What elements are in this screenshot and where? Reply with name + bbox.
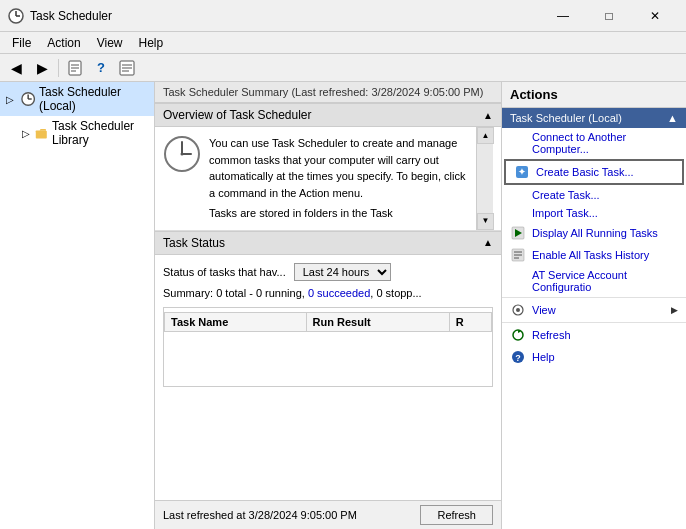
col-run-result: Run Result bbox=[306, 312, 449, 331]
action-help[interactable]: ? Help bbox=[502, 346, 686, 368]
action-import-task[interactable]: Import Task... bbox=[502, 204, 686, 222]
window-title: Task Scheduler bbox=[30, 9, 540, 23]
svg-text:?: ? bbox=[515, 353, 521, 363]
svg-point-29 bbox=[516, 308, 520, 312]
main-container: ▷ Task Scheduler (Local) ▷ Task Schedule… bbox=[0, 82, 686, 529]
refresh-button[interactable]: Refresh bbox=[420, 505, 493, 525]
tree-item-library[interactable]: ▷ Task Scheduler Library bbox=[0, 116, 154, 150]
action-create-task-label: Create Task... bbox=[532, 189, 600, 201]
view-submenu-arrow: ▶ bbox=[671, 305, 678, 315]
close-button[interactable]: ✕ bbox=[632, 0, 678, 32]
wand-icon: ✦ bbox=[514, 164, 530, 180]
window-controls: — □ ✕ bbox=[540, 0, 678, 32]
action-refresh-label: Refresh bbox=[532, 329, 571, 341]
toolbar-separator-1 bbox=[58, 59, 59, 77]
menu-bar: File Action View Help bbox=[0, 32, 686, 54]
expand-icon: ▷ bbox=[6, 94, 17, 105]
help-icon: ? bbox=[510, 349, 526, 365]
enable-history-icon bbox=[510, 247, 526, 263]
col-task-name: Task Name bbox=[165, 312, 307, 331]
action-refresh[interactable]: Refresh bbox=[502, 324, 686, 346]
actions-subheader-arrow: ▲ bbox=[667, 112, 678, 124]
refresh-icon bbox=[510, 327, 526, 343]
view-icon bbox=[510, 302, 526, 318]
library-folder-icon bbox=[35, 125, 48, 141]
menu-view[interactable]: View bbox=[89, 34, 131, 52]
root-clock-icon bbox=[21, 91, 35, 107]
menu-help[interactable]: Help bbox=[131, 34, 172, 52]
overview-clock-icon bbox=[163, 135, 201, 222]
summary-prefix: Summary: 0 total - 0 running, bbox=[163, 287, 308, 299]
action-view-label: View bbox=[532, 304, 556, 316]
display-running-icon bbox=[510, 225, 526, 241]
action-create-basic[interactable]: ✦ Create Basic Task... bbox=[504, 159, 684, 185]
action-create-task[interactable]: Create Task... bbox=[502, 186, 686, 204]
action-separator-1 bbox=[502, 297, 686, 298]
overview-text: You can use Task Scheduler to create and… bbox=[209, 135, 468, 201]
right-panel: Actions Task Scheduler (Local) ▲ Connect… bbox=[501, 82, 686, 529]
action-enable-history-label: Enable All Tasks History bbox=[532, 249, 649, 261]
toolbar-help-button[interactable]: ? bbox=[89, 57, 113, 79]
maximize-button[interactable]: □ bbox=[586, 0, 632, 32]
overview-scrollbar: ▲ ▼ bbox=[476, 127, 493, 230]
action-connect-label: Connect to Another Computer... bbox=[532, 131, 678, 155]
task-status-header: Task Status ▲ bbox=[155, 231, 501, 255]
action-display-running-label: Display All Running Tasks bbox=[532, 227, 658, 239]
overview-text-block: You can use Task Scheduler to create and… bbox=[209, 135, 468, 222]
footer-bar: Last refreshed at 3/28/2024 9:05:00 PM R… bbox=[155, 500, 501, 529]
toolbar: ◀ ▶ ? bbox=[0, 54, 686, 82]
center-header-text: Task Scheduler Summary (Last refreshed: … bbox=[163, 86, 483, 98]
task-status-title: Task Status bbox=[163, 236, 225, 250]
actions-subheader-label: Task Scheduler (Local) bbox=[510, 112, 622, 124]
status-label: Status of tasks that hav... bbox=[163, 266, 286, 278]
task-status-content: Status of tasks that hav... Last 24 hour… bbox=[155, 255, 501, 395]
overview-text2: Tasks are stored in folders in the Task bbox=[209, 205, 468, 222]
footer-text: Last refreshed at 3/28/2024 9:05:00 PM bbox=[163, 509, 357, 521]
action-view[interactable]: View ▶ bbox=[502, 299, 686, 321]
action-connect[interactable]: Connect to Another Computer... bbox=[502, 128, 686, 158]
toolbar-extra-button[interactable] bbox=[115, 57, 139, 79]
overview-collapse-icon[interactable]: ▲ bbox=[483, 110, 493, 121]
action-display-running[interactable]: Display All Running Tasks bbox=[502, 222, 686, 244]
library-expand-icon: ▷ bbox=[22, 128, 31, 139]
task-table: Task Name Run Result R bbox=[164, 312, 492, 332]
library-label: Task Scheduler Library bbox=[52, 119, 148, 147]
action-enable-history[interactable]: Enable All Tasks History bbox=[502, 244, 686, 266]
back-button[interactable]: ◀ bbox=[4, 57, 28, 79]
action-create-basic-label: Create Basic Task... bbox=[536, 166, 634, 178]
app-icon bbox=[8, 8, 24, 24]
task-table-container: Task Name Run Result R bbox=[163, 307, 493, 387]
col-extra: R bbox=[449, 312, 491, 331]
overview-content: You can use Task Scheduler to create and… bbox=[155, 127, 501, 231]
svg-rect-15 bbox=[36, 131, 41, 133]
toolbar-task-button[interactable] bbox=[63, 57, 87, 79]
menu-file[interactable]: File bbox=[4, 34, 39, 52]
title-bar: Task Scheduler — □ ✕ bbox=[0, 0, 686, 32]
summary-suffix: , 0 stopp... bbox=[370, 287, 421, 299]
overview-section-header: Overview of Task Scheduler ▲ bbox=[155, 103, 501, 127]
left-panel: ▷ Task Scheduler (Local) ▷ Task Schedule… bbox=[0, 82, 155, 529]
action-at-service-label: AT Service Account Configuratio bbox=[532, 269, 678, 293]
center-header: Task Scheduler Summary (Last refreshed: … bbox=[155, 82, 501, 103]
action-import-task-label: Import Task... bbox=[532, 207, 598, 219]
tree-item-root[interactable]: ▷ Task Scheduler (Local) bbox=[0, 82, 154, 116]
svg-text:✦: ✦ bbox=[518, 167, 526, 177]
center-panel: Task Scheduler Summary (Last refreshed: … bbox=[155, 82, 501, 529]
status-row: Status of tasks that hav... Last 24 hour… bbox=[163, 263, 493, 281]
task-status-collapse-icon[interactable]: ▲ bbox=[483, 237, 493, 248]
actions-header: Actions bbox=[502, 82, 686, 108]
action-help-label: Help bbox=[532, 351, 555, 363]
forward-button[interactable]: ▶ bbox=[30, 57, 54, 79]
time-select[interactable]: Last 24 hours Last Hour Last Week bbox=[294, 263, 391, 281]
actions-subheader[interactable]: Task Scheduler (Local) ▲ bbox=[502, 108, 686, 128]
overview-title: Overview of Task Scheduler bbox=[163, 108, 312, 122]
minimize-button[interactable]: — bbox=[540, 0, 586, 32]
action-separator-2 bbox=[502, 322, 686, 323]
summary-row: Summary: 0 total - 0 running, 0 succeede… bbox=[163, 287, 493, 299]
menu-action[interactable]: Action bbox=[39, 34, 88, 52]
action-at-service[interactable]: AT Service Account Configuratio bbox=[502, 266, 686, 296]
summary-running: 0 succeeded bbox=[308, 287, 370, 299]
root-label: Task Scheduler (Local) bbox=[39, 85, 148, 113]
